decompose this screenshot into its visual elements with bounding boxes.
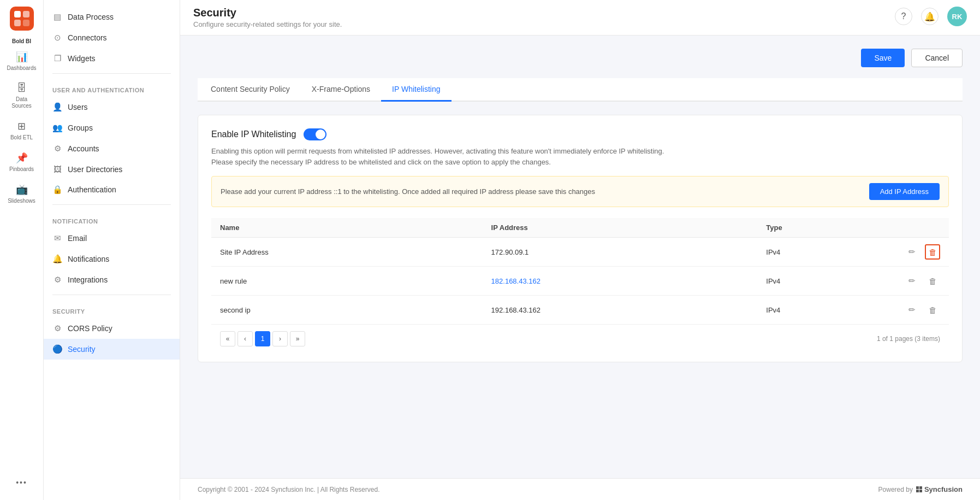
syncfusion-brand: Syncfusion [924, 485, 963, 493]
warning-banner: Please add your current IP address ::1 t… [211, 176, 949, 207]
slideshows-icon: 📺 [16, 184, 28, 196]
delete-button[interactable]: 🗑 [925, 302, 940, 317]
help-button[interactable]: ? [895, 8, 912, 25]
bell-icon: 🔔 [924, 11, 935, 22]
table-row: Site IP Address172.90.09.1IPv4✏🗑 [211, 238, 949, 267]
footer-copyright: Copyright © 2001 - 2024 Syncfusion Inc. … [198, 486, 379, 493]
authentication-icon: 🔒 [52, 185, 62, 195]
col-type: Type [757, 218, 895, 238]
table-row: new rule182.168.43.162IPv4✏🗑 [211, 267, 949, 296]
delete-button[interactable]: 🗑 [925, 244, 940, 260]
cell-actions: ✏🗑 [895, 296, 949, 325]
footer-powered: Powered by Syncfusion [878, 485, 963, 493]
sidebar-item-widgets[interactable]: ❐ Widgets [44, 48, 180, 69]
sidebar-item-users[interactable]: 👤 Users [44, 97, 180, 117]
nav-rail: Bold BI 📊 Dashboards 🗄 Data Sources ⊞ Bo… [0, 0, 44, 500]
ip-table: Name IP Address Type Site IP Address172.… [211, 218, 949, 325]
sidebar-label-dataprocess: Data Process [68, 13, 114, 21]
enable-toggle[interactable] [304, 128, 326, 140]
nav-item-pinboards[interactable]: 📌 Pinboards [3, 148, 40, 177]
sidebar-label-accounts: Accounts [68, 144, 99, 153]
accounts-icon: ⚙ [52, 144, 62, 154]
sidebar-item-authentication[interactable]: 🔒 Authentication [44, 179, 180, 200]
edit-button[interactable]: ✏ [904, 302, 919, 317]
tab-xframe[interactable]: X-Frame-Options [301, 78, 381, 102]
notifications-icon: 🔔 [52, 254, 62, 264]
security-icon: 🔵 [52, 344, 62, 354]
tab-ipwhitelist[interactable]: IP Whitelisting [381, 78, 451, 102]
action-icons-group: ✏🗑 [904, 273, 940, 289]
cancel-button[interactable]: Cancel [911, 49, 963, 67]
tabs-bar: Content Security Policy X-Frame-Options … [198, 78, 963, 102]
cors-icon: ⚙ [52, 323, 62, 333]
edit-button[interactable]: ✏ [904, 244, 919, 260]
sidebar-item-notifications[interactable]: 🔔 Notifications [44, 249, 180, 269]
delete-button[interactable]: 🗑 [925, 273, 940, 289]
cell-name: new rule [211, 267, 483, 296]
nav-label-pinboards: Pinboards [9, 166, 34, 173]
syncfusion-logo: Syncfusion [916, 485, 963, 493]
tab-csp[interactable]: Content Security Policy [200, 78, 301, 102]
powered-by-label: Powered by [878, 486, 913, 493]
notification-section-label: NOTIFICATION [44, 209, 180, 228]
sidebar-item-email[interactable]: ✉ Email [44, 228, 180, 249]
cell-ip: 192.168.43.162 [483, 296, 758, 325]
add-ip-button[interactable]: Add IP Address [869, 183, 940, 200]
col-ip: IP Address [483, 218, 758, 238]
prev-page-button[interactable]: ‹ [237, 331, 253, 346]
warning-text: Please add your current IP address ::1 t… [221, 187, 595, 196]
page-info: 1 of 1 pages (3 items) [877, 335, 940, 343]
cell-type: IPv4 [757, 296, 895, 325]
sidebar-item-groups[interactable]: 👥 Groups [44, 117, 180, 138]
sidebar-label-security: Security [68, 345, 96, 354]
next-page-button[interactable]: › [272, 331, 288, 346]
page-title: Security [193, 7, 342, 19]
page-subtitle: Configure security-related settings for … [193, 20, 342, 28]
nav-item-boldetl[interactable]: ⊞ Bold ETL [3, 116, 40, 145]
sidebar-item-security[interactable]: 🔵 Security [44, 339, 180, 360]
sidebar-item-accounts[interactable]: ⚙ Accounts [44, 138, 180, 159]
cell-name: Site IP Address [211, 238, 483, 267]
nav-item-more[interactable]: ••• [3, 474, 40, 491]
notifications-button[interactable]: 🔔 [921, 8, 939, 25]
page-1-button[interactable]: 1 [255, 331, 270, 346]
cell-actions: ✏🗑 [895, 238, 949, 267]
nav-item-slideshows[interactable]: 📺 Slideshows [3, 179, 40, 209]
pinboards-icon: 📌 [16, 152, 28, 164]
email-icon: ✉ [52, 233, 62, 243]
sidebar-label-integrations: Integrations [68, 275, 108, 284]
edit-button[interactable]: ✏ [904, 273, 919, 289]
sidebar-item-integrations[interactable]: ⚙ Integrations [44, 269, 180, 290]
cell-type: IPv4 [757, 238, 895, 267]
app-logo[interactable] [10, 7, 34, 31]
syncfusion-icon [916, 486, 922, 492]
cell-actions: ✏🗑 [895, 267, 949, 296]
enable-label: Enable IP Whitelisting [211, 130, 296, 139]
user-auth-section-label: USER AND AUTHENTICATION [44, 78, 180, 97]
sidebar-item-connectors[interactable]: ⊙ Connectors [44, 27, 180, 48]
sidebar-item-cors-policy[interactable]: ⚙ CORS Policy [44, 318, 180, 339]
sidebar-divider-1 [52, 73, 171, 74]
last-page-button[interactable]: » [290, 331, 305, 346]
nav-item-datasources[interactable]: 🗄 Data Sources [3, 78, 40, 114]
nav-item-dashboards[interactable]: 📊 Dashboards [3, 46, 40, 76]
avatar[interactable]: RK [947, 7, 967, 26]
first-page-button[interactable]: « [220, 331, 235, 346]
app-brand-label: Bold BI [12, 38, 31, 44]
ip-table-body: Site IP Address172.90.09.1IPv4✏🗑new rule… [211, 238, 949, 325]
pagination-buttons: « ‹ 1 › » [220, 331, 305, 346]
cell-ip: 182.168.43.162 [483, 267, 758, 296]
cell-ip: 172.90.09.1 [483, 238, 758, 267]
pagination: « ‹ 1 › » 1 of 1 pages (3 items) [211, 325, 949, 349]
sidebar-label-email: Email [68, 234, 87, 243]
toggle-knob [316, 130, 325, 139]
cell-type: IPv4 [757, 267, 895, 296]
sidebar-label-cors: CORS Policy [68, 324, 112, 333]
footer: Copyright © 2001 - 2024 Syncfusion Inc. … [180, 478, 980, 500]
topbar: Security Configure security-related sett… [180, 0, 980, 36]
more-icon: ••• [16, 478, 27, 487]
sidebar-item-dataprocess[interactable]: ▤ Data Process [44, 7, 180, 27]
sidebar-item-user-directories[interactable]: 🖼 User Directories [44, 159, 180, 179]
ip-table-header: Name IP Address Type [211, 218, 949, 238]
save-button[interactable]: Save [861, 49, 905, 67]
